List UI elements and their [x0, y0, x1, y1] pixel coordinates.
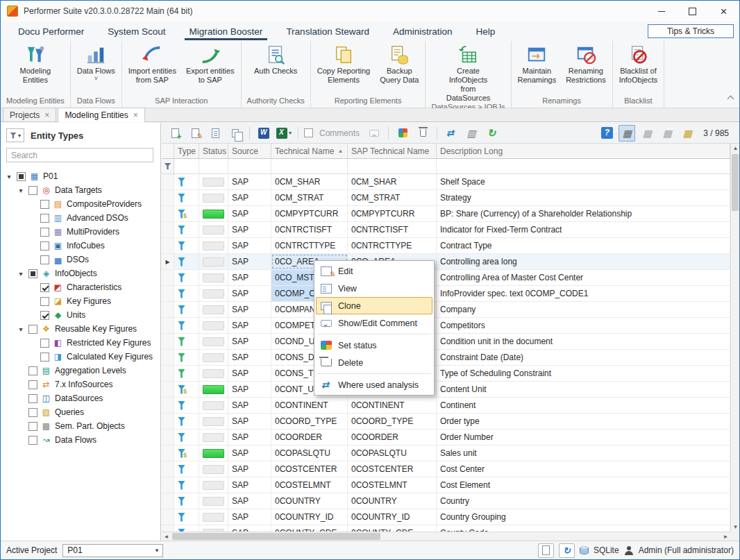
menu-item-migration-booster[interactable]: Migration Booster — [178, 22, 275, 41]
tree-node-advanced-dsos[interactable]: Advanced DSOs — [1, 211, 160, 225]
column-header-technical-name[interactable]: Technical Name▲ — [271, 144, 348, 158]
context-menu-item-set-status[interactable]: Set status — [316, 337, 432, 354]
table-row[interactable]: SAP0COUNTY_CDE0COUNTY_CDECounty Code — [162, 525, 730, 532]
table-row[interactable]: SAP0CM_SHAR0CM_SHARShelf Space — [162, 174, 730, 190]
table-row[interactable]: SAP0COMP_COInfoProvider spec. text 0COMP… — [162, 286, 730, 302]
checkbox-checked[interactable] — [40, 311, 49, 320]
ribbon-collapse-icon[interactable] — [727, 94, 734, 101]
status-doc-button[interactable] — [538, 543, 554, 558]
checkbox-unchecked[interactable] — [40, 228, 49, 237]
columns-button[interactable] — [463, 125, 480, 142]
table-row[interactable]: SAP0CM_STRAT0CM_STRATStrategy — [162, 190, 730, 206]
filter-cell[interactable] — [174, 159, 199, 173]
layout-view-2-button[interactable] — [639, 125, 655, 142]
table-row[interactable]: SAP0COUNTRY0COUNTRYCountry — [162, 493, 730, 509]
filter-cell[interactable] — [348, 159, 437, 173]
tree-node-key-figures[interactable]: Key Figures — [1, 294, 160, 308]
layout-view-1-button[interactable] — [619, 125, 635, 142]
checkbox-unchecked[interactable] — [28, 186, 37, 195]
minimize-button[interactable] — [646, 1, 677, 22]
tab-modeling-entities[interactable]: Modeling Entities× — [58, 108, 144, 122]
menu-item-docu-performer[interactable]: Docu Performer — [6, 22, 96, 41]
scroll-down-icon[interactable]: ▼ — [731, 523, 740, 532]
table-row[interactable]: SAP0COMPETITCompetitors — [162, 318, 730, 334]
table-row[interactable]: SAP0CO_MSTControlling Area of Master Cos… — [162, 270, 730, 286]
horizontal-scroll-thumb[interactable] — [172, 533, 380, 540]
tree-node-queries[interactable]: Queries — [1, 405, 160, 419]
refresh-button[interactable] — [483, 125, 500, 142]
tree-node-compositeproviders[interactable]: CompositeProviders — [1, 197, 160, 211]
checkbox-unchecked[interactable] — [28, 394, 37, 403]
ribbon-button-create-infoobjects-from-datasources[interactable]: Create InfoObjects from DataSources — [435, 42, 501, 103]
entity-filter-button[interactable]: ▾ — [6, 128, 24, 142]
tree-node-multiproviders[interactable]: MultiProviders — [1, 225, 160, 239]
checkbox-unchecked[interactable] — [28, 422, 37, 431]
column-header-type[interactable]: Type — [174, 144, 199, 158]
context-menu-item-view[interactable]: View — [316, 280, 432, 297]
expander-icon[interactable]: ▾ — [5, 173, 13, 180]
table-row[interactable]: SAP0CONS_TYType of Scheduling Constraint — [162, 366, 730, 382]
tree-node-datasources[interactable]: DataSources — [1, 391, 160, 405]
table-row[interactable]: $SAP0CMPYPTCURR0CMPYPTCURRBP: Share (Cur… — [162, 206, 730, 222]
table-row[interactable]: SAP0COMPANYCompany — [162, 302, 730, 318]
ribbon-button-maintain-renamings[interactable]: Maintain Renamings — [513, 42, 562, 85]
where-used-button[interactable] — [443, 125, 460, 142]
checkbox-unchecked[interactable] — [28, 380, 37, 389]
set-status-button[interactable] — [394, 125, 411, 142]
table-row[interactable]: SAP0CNTRCTISFT0CNTRCTISFTIndicator for F… — [162, 222, 730, 238]
checkbox-checked[interactable] — [40, 283, 49, 292]
context-menu-item-edit[interactable]: Edit — [316, 262, 432, 280]
context-menu-item-delete[interactable]: Delete — [316, 354, 432, 371]
tree-node-calculated-key-figures[interactable]: Calculated Key Figures — [1, 350, 160, 364]
edit-button[interactable] — [187, 125, 203, 142]
ribbon-button-import-entities-from-sap[interactable]: Import entities from SAP — [124, 42, 181, 85]
table-row[interactable]: SAP0CONS_DAConstraint Date (Date) — [162, 350, 730, 366]
context-menu-item-where-used-analysis[interactable]: Where used analysis — [316, 376, 432, 393]
scroll-up-icon[interactable]: ▲ — [731, 144, 740, 153]
ribbon-button-modeling-entities[interactable]: Modeling Entities — [15, 42, 56, 85]
ribbon-button-auth-checks[interactable]: Auth Checks — [249, 42, 302, 76]
menu-item-administration[interactable]: Administration — [381, 22, 464, 41]
filter-cell[interactable] — [437, 159, 730, 173]
tab-close-icon[interactable]: × — [44, 111, 49, 119]
layout-edit-button[interactable] — [679, 125, 696, 142]
tree-node-reusable-key-figures[interactable]: ▾Reusable Key Figures — [1, 322, 160, 336]
checkbox-unchecked[interactable] — [40, 241, 49, 251]
expander-icon[interactable]: ▾ — [17, 270, 25, 278]
table-row[interactable]: ▶SAP0CO_AREA0CO_AREAControlling area lon… — [162, 254, 730, 270]
tree-node-data-targets[interactable]: ▾Data Targets — [1, 183, 160, 197]
filter-cell[interactable] — [199, 159, 228, 173]
active-project-select[interactable]: P01 ▾ — [62, 544, 163, 557]
ribbon-button-renaming-restrictions[interactable]: Renaming Restrictions — [561, 42, 610, 85]
table-row[interactable]: SAP0CONTINENT0CONTINENTContinent — [162, 398, 730, 414]
menu-item-help[interactable]: Help — [464, 22, 507, 41]
comment-button[interactable] — [366, 125, 382, 142]
filter-cell[interactable] — [228, 159, 271, 173]
layout-view-3-button[interactable] — [659, 125, 675, 142]
context-menu-item-clone[interactable]: Clone — [316, 297, 432, 314]
add-button[interactable] — [167, 125, 183, 142]
checkbox-unchecked[interactable] — [40, 297, 49, 306]
ribbon-button-blacklist-of-infoobjects[interactable]: Blacklist of InfoObjects — [614, 42, 663, 85]
table-row[interactable]: $SAP0COPASLQTU0COPASLQTUSales unit — [162, 446, 730, 461]
column-header-description-long[interactable]: Description Long — [437, 144, 730, 158]
excel-export-button[interactable]: ▾ — [276, 125, 292, 142]
tree-node-infoobjects[interactable]: ▾InfoObjects — [1, 266, 160, 280]
checkbox-unchecked[interactable] — [40, 353, 49, 362]
table-row[interactable]: $SAP0CONT_UNIT0CONT_UNITContent Unit — [162, 382, 730, 398]
checkbox-unchecked[interactable] — [28, 325, 37, 334]
tree-node-infocubes[interactable]: InfoCubes — [1, 239, 160, 253]
ribbon-button-backup-query-data[interactable]: Backup Query Data — [375, 42, 423, 85]
checkbox-unchecked[interactable] — [40, 200, 49, 209]
checkbox-unchecked[interactable] — [40, 255, 49, 264]
tree-node-characteristics[interactable]: Characteristics — [1, 280, 160, 294]
checkbox-unchecked[interactable] — [28, 436, 37, 445]
clone-button[interactable] — [227, 125, 244, 142]
tree-node-units[interactable]: Units — [1, 308, 160, 322]
column-header-source[interactable]: Source — [228, 144, 271, 158]
tab-projects[interactable]: Projects× — [3, 108, 56, 121]
tab-close-icon[interactable]: × — [133, 111, 138, 119]
comments-checkbox[interactable] — [304, 128, 313, 137]
tree-node-dsos[interactable]: DSOs — [1, 253, 160, 266]
maximize-button[interactable] — [677, 1, 708, 22]
